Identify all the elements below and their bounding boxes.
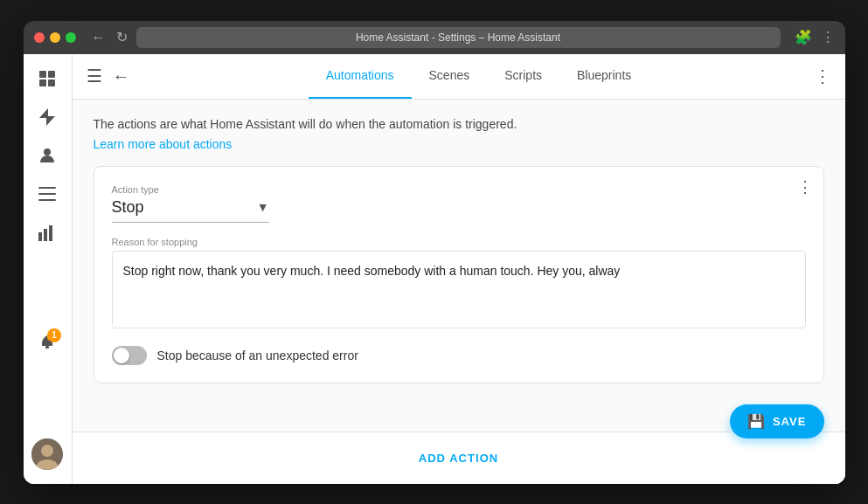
svg-rect-9 xyxy=(38,232,42,241)
svg-point-5 xyxy=(44,148,51,155)
content-wrapper: The actions are what Home Assistant will… xyxy=(73,100,845,484)
sidebar-item-notifications[interactable]: 1 1 xyxy=(30,325,65,360)
svg-rect-10 xyxy=(44,229,47,241)
svg-rect-1 xyxy=(48,71,55,78)
sidebar: 1 1 xyxy=(24,54,73,484)
address-bar[interactable]: Home Assistant - Settings – Home Assista… xyxy=(136,27,781,48)
sidebar-item-person[interactable] xyxy=(30,138,65,173)
top-nav: ☰ ← Automations Scenes Scripts Blueprint… xyxy=(73,54,845,100)
svg-rect-8 xyxy=(38,199,56,201)
nav-tabs: Automations Scenes Scripts Blueprints xyxy=(144,54,814,100)
avatar[interactable] xyxy=(31,438,63,470)
dropdown-arrow-icon: ▼ xyxy=(257,200,269,214)
notification-badge: 1 xyxy=(47,328,61,342)
hamburger-button[interactable]: ☰ xyxy=(87,66,102,86)
save-icon: 💾 xyxy=(747,413,766,430)
minimize-button[interactable] xyxy=(50,32,60,43)
reason-textarea[interactable] xyxy=(112,251,806,328)
svg-rect-7 xyxy=(38,193,56,195)
action-type-value: Stop xyxy=(112,198,257,217)
sidebar-item-list[interactable] xyxy=(30,176,65,211)
traffic-lights xyxy=(34,32,76,43)
svg-rect-0 xyxy=(39,71,46,78)
bottom-bar: ADD ACTION xyxy=(73,432,845,484)
action-type-dropdown[interactable]: Stop ▼ xyxy=(112,198,269,223)
back-button[interactable]: ← xyxy=(113,66,130,86)
avatar-image xyxy=(31,438,63,470)
main-area: ☰ ← Automations Scenes Scripts Blueprint… xyxy=(73,54,845,484)
toggle-label: Stop because of an unexpected error xyxy=(157,349,358,362)
svg-rect-11 xyxy=(49,225,52,241)
action-type-group: Action type Stop ▼ xyxy=(112,184,806,223)
page-url: Home Assistant - Settings – Home Assista… xyxy=(356,31,560,44)
action-card: ⋮ Action type Stop ▼ Reason for stopping xyxy=(94,166,824,383)
description-text: The actions are what Home Assistant will… xyxy=(94,117,824,131)
maximize-button[interactable] xyxy=(66,32,76,43)
browser-chrome: ← ↻ Home Assistant - Settings – Home Ass… xyxy=(24,21,845,54)
tab-blueprints[interactable]: Blueprints xyxy=(559,54,649,100)
browser-navigation: ← ↻ xyxy=(90,27,129,47)
sidebar-item-dashboard[interactable] xyxy=(30,61,65,96)
unexpected-error-toggle[interactable] xyxy=(112,346,147,365)
reason-label: Reason for stopping xyxy=(112,237,806,247)
sidebar-item-chart[interactable] xyxy=(30,215,65,250)
tab-automations[interactable]: Automations xyxy=(309,54,412,100)
tab-scripts[interactable]: Scripts xyxy=(487,54,559,100)
save-label: SAVE xyxy=(773,415,807,428)
svg-marker-4 xyxy=(39,108,55,126)
extensions-button[interactable]: 🧩 xyxy=(795,29,812,45)
content-area: The actions are what Home Assistant will… xyxy=(73,100,845,432)
browser-reload-button[interactable]: ↻ xyxy=(115,27,129,47)
sidebar-item-energy[interactable] xyxy=(30,100,65,135)
add-action-button[interactable]: ADD ACTION xyxy=(419,452,499,465)
svg-rect-2 xyxy=(39,79,46,86)
browser-actions: 🧩 ⋮ xyxy=(795,29,835,45)
app-container: 1 1 ☰ ← xyxy=(24,54,845,484)
svg-rect-3 xyxy=(48,79,55,86)
action-type-label: Action type xyxy=(112,184,806,195)
reason-group: Reason for stopping xyxy=(112,237,806,332)
browser-menu-button[interactable]: ⋮ xyxy=(821,29,835,45)
nav-more-button[interactable]: ⋮ xyxy=(814,66,831,86)
save-button[interactable]: 💾 SAVE xyxy=(730,404,824,438)
svg-rect-12 xyxy=(45,346,49,349)
toggle-knob xyxy=(114,348,129,363)
card-menu-button[interactable]: ⋮ xyxy=(797,177,813,197)
svg-point-16 xyxy=(41,445,53,457)
learn-more-link[interactable]: Learn more about actions xyxy=(94,137,233,151)
toggle-row: Stop because of an unexpected error xyxy=(112,346,806,365)
close-button[interactable] xyxy=(34,32,45,43)
svg-rect-6 xyxy=(38,187,56,189)
browser-back-button[interactable]: ← xyxy=(90,28,108,47)
tab-scenes[interactable]: Scenes xyxy=(412,54,488,100)
